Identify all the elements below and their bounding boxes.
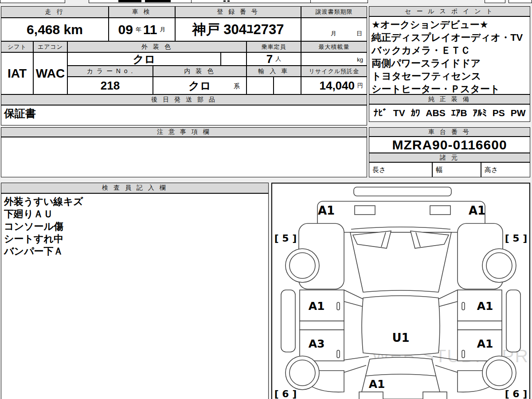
door-handle-front-left	[337, 302, 340, 310]
tire-grade-rear-right: [ 6 ]	[505, 388, 528, 399]
chassis-header-label: 車 台 番 号	[428, 128, 471, 136]
rear-bumper-right	[423, 392, 447, 399]
sales-points-header-label: セ ー ル ス ポ イ ン ト	[405, 8, 494, 16]
recycle-fee-unit: 円	[357, 82, 363, 90]
caution-body	[1, 137, 367, 177]
auction-sheet: 走 行 車 検 登 録 番 号 譲渡書類期限 6,468 km 09 年 11 …	[0, 0, 532, 399]
spec-width-label: 幅	[436, 166, 442, 174]
inspector-note-line: シートすれ中	[4, 233, 266, 245]
color-no-text: 218	[101, 79, 120, 93]
sales-point-line: ★オークションデビュー★	[372, 18, 528, 31]
max-load-header: 最大積載量	[301, 41, 367, 52]
spec-length-label: 長さ	[372, 166, 386, 174]
damage-label-front-left: A1	[318, 204, 335, 217]
aircon-header-label: エアコン	[38, 43, 63, 51]
front-bumper	[354, 187, 451, 196]
clipped-text-fragment	[145, 0, 171, 2]
later-parts-header-label: 後 日 発 送 部 品	[151, 96, 216, 104]
damage-label-rear-gate: A1	[369, 378, 385, 391]
caution-header: 注 意 事 項 欄	[1, 127, 367, 137]
max-load-unit: kg	[357, 56, 363, 63]
inspection-year: 09	[118, 22, 133, 37]
sales-point-line: 純正ディスプレイオーディオ・TV	[372, 31, 528, 44]
color-no-header: カ ラ ー N o .	[67, 66, 153, 77]
tire-grade-front-left: [ 5 ]	[274, 233, 297, 244]
exterior-color-extra-cell	[221, 52, 246, 66]
transfer-day-unit: 日	[356, 30, 362, 38]
roof-panel	[362, 296, 440, 355]
clipped-cell	[0, 0, 65, 3]
sales-point-line: 両側パワースライドドア	[372, 57, 528, 70]
sales-points-header: セ ー ル ス ポ イ ン ト	[369, 6, 530, 16]
wheel-front-left-inner	[289, 253, 315, 278]
headlight-left	[355, 206, 375, 215]
damage-label-door-rear-right: A1	[477, 337, 493, 350]
capacity-text: 7	[266, 52, 273, 66]
clipped-cell	[485, 0, 505, 3]
door-belt-right	[458, 321, 502, 330]
max-load-header-label: 最大積載量	[319, 43, 350, 51]
later-parts-value: 保証書	[1, 105, 367, 125]
exterior-color-text: クロ	[133, 52, 155, 66]
clipped-text-fragment	[118, 0, 141, 2]
caution-header-label: 注 意 事 項 欄	[157, 128, 211, 136]
shift-text: IAT	[8, 66, 27, 81]
transfer-deadline-value: 月 日	[301, 18, 367, 41]
sales-point-line: バックカメラ・ＥＴＣ	[372, 44, 528, 57]
color-no-value: 218	[67, 77, 153, 94]
mileage-header: 走 行	[1, 6, 109, 18]
inspector-body: 外装うすい線キズ 下廻りＡＵ コンソール傷 シートすれ中 バンパー下Ａ	[1, 193, 269, 399]
inspector-note-line: コンソール傷	[4, 220, 266, 233]
capacity-value: 7 人	[246, 52, 301, 66]
chassis-value: MZRA90-0116600	[369, 137, 530, 153]
equipment-header-label: 純 正 装 備	[428, 95, 471, 103]
inspection-month-unit: 月	[160, 26, 166, 34]
rear-bumper-left	[359, 392, 383, 399]
exterior-color-header-label: 外 装 色	[141, 43, 172, 51]
clipped-cell	[310, 0, 368, 3]
wheel-front-right-inner	[486, 253, 512, 278]
capacity-header: 乗車定員	[246, 41, 301, 52]
wheel-rear-right-inner	[486, 360, 512, 386]
later-parts-text: 保証書	[4, 107, 36, 119]
color-no-header-label: カ ラ ー N o .	[87, 67, 134, 75]
registration-header: 登 録 番 号	[175, 6, 301, 18]
recycle-fee-header-label: リサイクル預託金	[309, 67, 360, 75]
side-rail-left	[281, 290, 295, 352]
clipped-cell	[89, 0, 192, 3]
damage-diagram-box: WEB STUDIO.PRO	[271, 183, 530, 399]
mileage-text: 6,468 km	[27, 22, 83, 37]
sales-points-body: ★オークションデビュー★ 純正ディスプレイオーディオ・TV バックカメラ・ＥＴＣ…	[369, 16, 530, 94]
import-car-header-label: 輸 入 車	[258, 67, 289, 75]
clipped-text-fragment	[227, 0, 230, 2]
mileage-header-label: 走 行	[45, 8, 65, 16]
aircon-text: WAC	[36, 66, 65, 81]
interior-color-suffix: 系	[234, 82, 240, 90]
transfer-deadline-header-label: 譲渡書類期限	[316, 8, 353, 16]
registration-header-label: 登 録 番 号	[217, 8, 259, 16]
aircon-value: WAC	[33, 52, 67, 94]
shift-header: シフト	[1, 41, 33, 52]
registration-text: 神戸 304ﾕ2737	[192, 20, 284, 39]
damage-label-roof: U1	[392, 331, 409, 344]
sales-point-line: トヨタセーフティセンス	[372, 70, 528, 82]
inspector-note-line: バンパー下Ａ	[4, 245, 266, 258]
transfer-month-unit: 月	[331, 30, 336, 38]
recycle-fee-value: 14,040 円	[301, 77, 367, 94]
inspector-header-label: 検 査 員 記 入 欄	[102, 184, 167, 192]
tire-grade-rear-left: [ 6 ]	[274, 388, 297, 399]
door-handle-front-right	[462, 302, 465, 310]
recycle-fee-text: 14,040	[319, 79, 355, 93]
spec-height-cell: 高さ	[481, 162, 530, 177]
inspection-year-unit: 年	[136, 26, 141, 34]
spec-width-cell: 幅	[432, 162, 481, 177]
chassis-text: MZRA90-0116600	[392, 137, 507, 153]
door-handle-rear-left	[337, 350, 340, 358]
inspection-header: 車 検	[109, 6, 175, 18]
headlight-right	[430, 206, 450, 215]
registration-value: 神戸 304ﾕ2737	[175, 18, 301, 41]
door-belt-left	[300, 321, 344, 330]
chassis-header: 車 台 番 号	[369, 127, 530, 137]
interior-color-header-label: 内 装 色	[184, 67, 215, 75]
capacity-unit: 人	[275, 55, 281, 63]
